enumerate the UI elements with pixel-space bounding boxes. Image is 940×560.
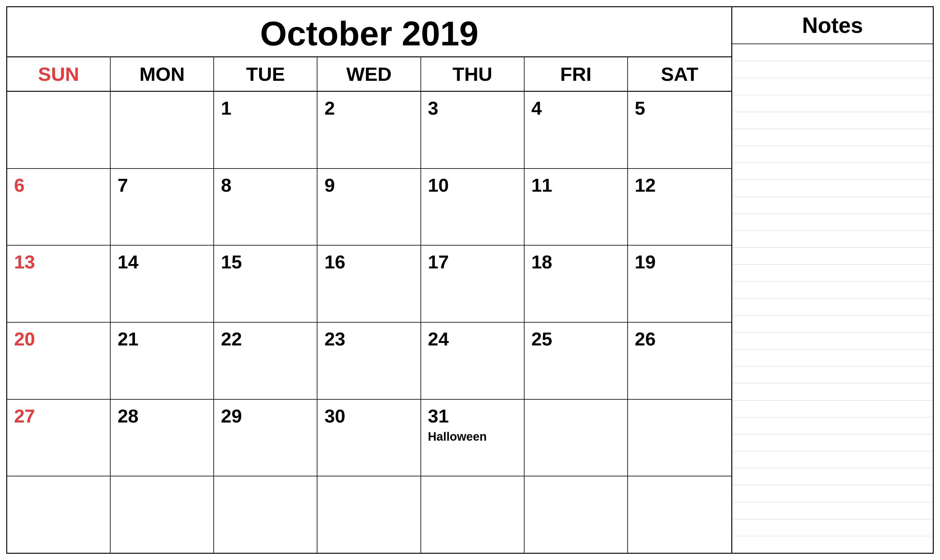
cell-number: 4	[532, 97, 620, 119]
notes-line[interactable]	[732, 366, 933, 383]
calendar-cell	[524, 400, 628, 476]
cell-number: 1	[221, 97, 310, 119]
cell-number: 14	[117, 251, 206, 273]
calendar-row-1: 6789101112	[7, 169, 731, 246]
notes-line[interactable]	[732, 316, 933, 332]
cell-number: 28	[117, 405, 206, 427]
calendar-section: October 2019 SUNMONTUEWEDTHUFRISAT 12345…	[7, 7, 732, 553]
calendar-cell: 25	[524, 323, 628, 399]
notes-line[interactable]	[732, 146, 933, 163]
cell-number: 20	[14, 328, 103, 350]
notes-line[interactable]	[732, 502, 933, 519]
notes-line[interactable]	[732, 299, 933, 316]
calendar-cell	[7, 92, 111, 168]
notes-line[interactable]	[732, 214, 933, 231]
calendar-cell: 2	[317, 92, 421, 168]
day-header-wed: WED	[317, 57, 421, 91]
calendar-cell	[317, 476, 421, 553]
calendar-cell: 5	[628, 92, 731, 168]
cell-number: 6	[14, 174, 103, 196]
notes-line[interactable]	[732, 485, 933, 502]
calendar-cell: 20	[7, 323, 111, 399]
calendar-row-0: 12345	[7, 92, 731, 169]
notes-line[interactable]	[732, 468, 933, 485]
cell-number: 13	[14, 251, 103, 273]
cell-number: 22	[221, 328, 310, 350]
calendar-grid: 1234567891011121314151617181920212223242…	[7, 92, 731, 553]
notes-line[interactable]	[732, 95, 933, 112]
calendar-cell: 13	[7, 246, 111, 322]
notes-line[interactable]	[732, 231, 933, 248]
cell-number: 2	[324, 97, 413, 119]
cell-number: 10	[428, 174, 517, 196]
notes-line[interactable]	[732, 197, 933, 214]
calendar-cell	[111, 476, 214, 553]
calendar-row-4: 2728293031Halloween	[7, 400, 731, 477]
notes-line[interactable]	[732, 332, 933, 349]
calendar-cell: 30	[317, 400, 421, 476]
notes-line[interactable]	[732, 248, 933, 265]
cell-event: Halloween	[428, 430, 517, 443]
notes-line[interactable]	[732, 129, 933, 146]
calendar-cell	[628, 400, 731, 476]
cell-number: 24	[428, 328, 517, 350]
calendar-cell	[628, 476, 731, 553]
notes-line[interactable]	[732, 112, 933, 129]
cell-number: 27	[14, 405, 103, 427]
calendar-row-3: 20212223242526	[7, 323, 731, 400]
cell-number: 5	[635, 97, 724, 119]
calendar-cell	[421, 476, 524, 553]
calendar-cell: 27	[7, 400, 111, 476]
notes-title: Notes	[732, 7, 933, 44]
notes-lines	[732, 44, 933, 553]
notes-line[interactable]	[732, 349, 933, 366]
calendar-cell	[111, 92, 214, 168]
notes-line[interactable]	[732, 417, 933, 434]
notes-line[interactable]	[732, 519, 933, 536]
calendar-cell: 14	[111, 246, 214, 322]
day-header-thu: THU	[421, 57, 524, 91]
cell-number: 30	[324, 405, 413, 427]
cell-number: 9	[324, 174, 413, 196]
cell-number: 23	[324, 328, 413, 350]
notes-line[interactable]	[732, 163, 933, 180]
calendar-cell: 6	[7, 169, 111, 245]
calendar-cell: 17	[421, 246, 524, 322]
notes-line[interactable]	[732, 78, 933, 95]
calendar-cell	[214, 476, 317, 553]
calendar-cell: 8	[214, 169, 317, 245]
day-header-fri: FRI	[524, 57, 628, 91]
notes-line[interactable]	[732, 383, 933, 400]
page-wrapper: October 2019 SUNMONTUEWEDTHUFRISAT 12345…	[6, 6, 934, 554]
cell-number: 17	[428, 251, 517, 273]
day-header-mon: MON	[111, 57, 214, 91]
calendar-cell: 11	[524, 169, 628, 245]
notes-line[interactable]	[732, 265, 933, 282]
notes-line[interactable]	[732, 401, 933, 417]
cell-number: 26	[635, 328, 724, 350]
calendar-cell: 4	[524, 92, 628, 168]
calendar-cell: 10	[421, 169, 524, 245]
notes-line[interactable]	[732, 61, 933, 78]
calendar-cell: 18	[524, 246, 628, 322]
notes-line[interactable]	[732, 451, 933, 468]
notes-section: Notes	[732, 7, 933, 553]
calendar-row-2: 13141516171819	[7, 246, 731, 323]
calendar-cell: 23	[317, 323, 421, 399]
notes-line[interactable]	[732, 180, 933, 197]
notes-line[interactable]	[732, 536, 933, 553]
cell-number: 8	[221, 174, 310, 196]
calendar-cell	[7, 476, 111, 553]
notes-line[interactable]	[732, 44, 933, 61]
notes-line[interactable]	[732, 434, 933, 451]
calendar-cell: 31Halloween	[421, 400, 524, 476]
cell-number: 19	[635, 251, 724, 273]
notes-line[interactable]	[732, 282, 933, 298]
calendar-cell: 9	[317, 169, 421, 245]
calendar-cell: 21	[111, 323, 214, 399]
cell-number: 12	[635, 174, 724, 196]
calendar-cell: 1	[214, 92, 317, 168]
calendar-cell: 19	[628, 246, 731, 322]
day-header-sun: SUN	[7, 57, 111, 91]
cell-number: 25	[532, 328, 620, 350]
